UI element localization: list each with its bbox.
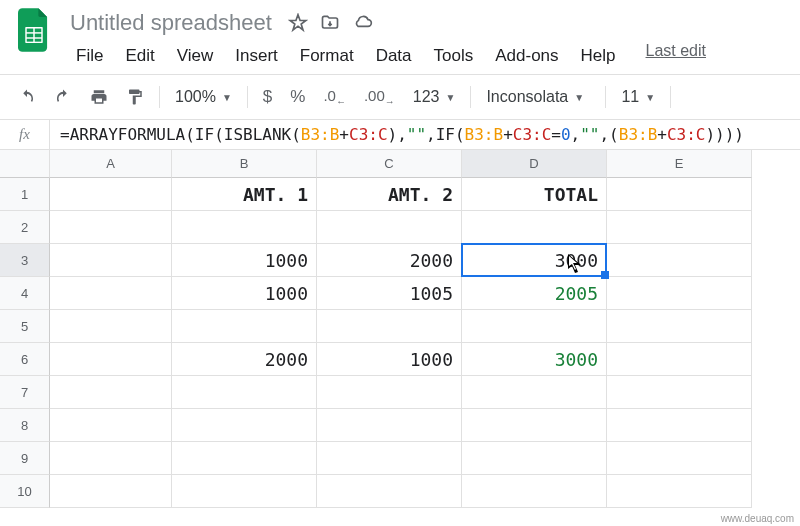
cell[interactable] [607,376,752,409]
cell[interactable]: 1000 [317,343,462,376]
cell[interactable]: AMT. 2 [317,178,462,211]
zoom-dropdown[interactable]: 100%▼ [167,84,240,110]
currency-button[interactable]: $ [255,81,280,113]
cell[interactable] [172,442,317,475]
toolbar: 100%▼ $ % .0← .00→ 123▼ Inconsolata▼ 11▼ [0,75,800,120]
cell[interactable] [50,277,172,310]
svg-rect-3 [27,34,34,38]
cell[interactable] [50,211,172,244]
row-header[interactable]: 10 [0,475,50,508]
cell[interactable] [607,475,752,508]
print-button[interactable] [82,82,116,112]
col-header[interactable]: C [317,150,462,178]
cell[interactable] [317,442,462,475]
cell[interactable] [50,310,172,343]
select-all-corner[interactable] [0,150,50,178]
cell[interactable] [50,244,172,277]
cell[interactable] [50,442,172,475]
cell[interactable] [317,409,462,442]
sheets-logo[interactable] [12,8,56,52]
row-header[interactable]: 8 [0,409,50,442]
cell[interactable]: 3000 [462,343,607,376]
move-icon[interactable] [320,13,340,33]
col-header[interactable]: A [50,150,172,178]
row-header[interactable]: 2 [0,211,50,244]
row-header[interactable]: 7 [0,376,50,409]
cell[interactable] [50,343,172,376]
decrease-decimal-button[interactable]: .0← [315,81,354,113]
svg-rect-2 [35,29,42,33]
document-title[interactable]: Untitled spreadsheet [66,8,276,38]
row-header[interactable]: 3 [0,244,50,277]
undo-button[interactable] [10,82,44,112]
cell[interactable] [50,178,172,211]
cell[interactable] [607,310,752,343]
watermark: www.deuaq.com [721,513,794,524]
cell[interactable] [607,277,752,310]
menu-help[interactable]: Help [571,42,626,70]
number-format-dropdown[interactable]: 123▼ [405,84,464,110]
last-edit-link[interactable]: Last edit [646,42,706,70]
menu-format[interactable]: Format [290,42,364,70]
cell[interactable] [462,409,607,442]
menu-tools[interactable]: Tools [424,42,484,70]
row-header[interactable]: 9 [0,442,50,475]
cell[interactable] [50,376,172,409]
menu-addons[interactable]: Add-ons [485,42,568,70]
cell[interactable] [317,211,462,244]
cell[interactable]: TOTAL [462,178,607,211]
cell[interactable] [607,211,752,244]
cell[interactable] [317,310,462,343]
cell[interactable] [317,376,462,409]
cell[interactable] [462,376,607,409]
cell[interactable]: 2005 [462,277,607,310]
star-icon[interactable] [288,13,308,33]
menu-file[interactable]: File [66,42,113,70]
fx-label: fx [0,120,50,149]
cell[interactable] [462,475,607,508]
spreadsheet-grid[interactable]: 1 2 3 4 5 6 7 8 9 10 A B C D E AMT. 1 AM… [0,150,800,508]
cell[interactable]: 3000 [462,244,607,277]
cell[interactable] [172,376,317,409]
cell[interactable] [607,409,752,442]
menu-data[interactable]: Data [366,42,422,70]
cell[interactable]: 1000 [172,277,317,310]
cell[interactable] [50,409,172,442]
paint-format-button[interactable] [118,82,152,112]
cell[interactable]: 2000 [317,244,462,277]
font-dropdown[interactable]: Inconsolata▼ [478,84,598,110]
font-size-dropdown[interactable]: 11▼ [613,84,663,110]
cell[interactable] [462,310,607,343]
redo-button[interactable] [46,82,80,112]
menu-edit[interactable]: Edit [115,42,164,70]
cell[interactable] [317,475,462,508]
cell[interactable] [172,475,317,508]
increase-decimal-button[interactable]: .00→ [356,81,403,113]
cell[interactable] [607,442,752,475]
row-header[interactable]: 5 [0,310,50,343]
cell[interactable]: 1005 [317,277,462,310]
percent-button[interactable]: % [282,81,313,113]
row-header[interactable]: 4 [0,277,50,310]
col-header[interactable]: D [462,150,607,178]
cell[interactable] [50,475,172,508]
cell[interactable] [607,343,752,376]
col-header[interactable]: E [607,150,752,178]
cell[interactable]: 1000 [172,244,317,277]
cell[interactable] [172,211,317,244]
formula-input[interactable]: =ARRAYFORMULA(IF(ISBLANK(B3:B+C3:C),"",I… [50,125,800,144]
cell[interactable] [172,409,317,442]
menu-view[interactable]: View [167,42,224,70]
cell[interactable]: AMT. 1 [172,178,317,211]
cell[interactable] [462,442,607,475]
cell[interactable] [607,244,752,277]
menu-insert[interactable]: Insert [225,42,288,70]
cloud-icon[interactable] [352,13,374,33]
row-header[interactable]: 1 [0,178,50,211]
cell[interactable] [462,211,607,244]
cell[interactable]: 2000 [172,343,317,376]
cell[interactable] [172,310,317,343]
row-header[interactable]: 6 [0,343,50,376]
col-header[interactable]: B [172,150,317,178]
cell[interactable] [607,178,752,211]
